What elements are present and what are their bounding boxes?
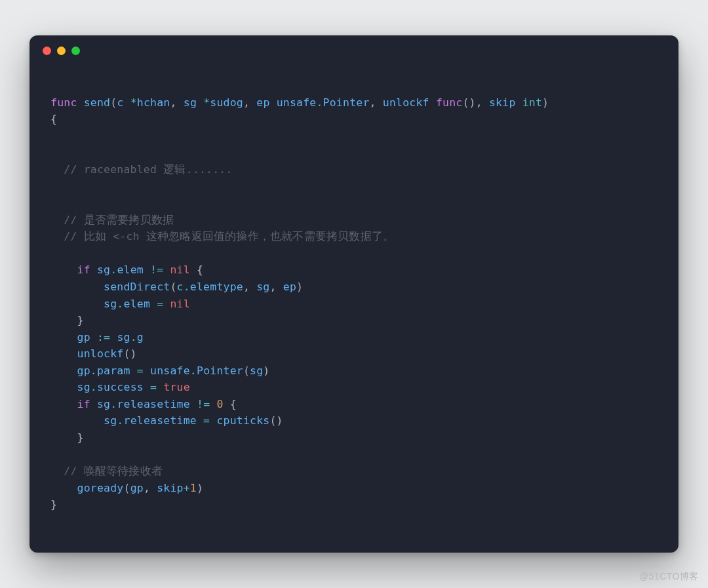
code-comment: // raceenabled 逻辑....... [50, 163, 233, 176]
code-line: { [50, 113, 57, 125]
code-line: sg.releasetime = cputicks() [50, 414, 283, 427]
code-line: unlockf() [50, 347, 137, 360]
code-line: } [50, 431, 84, 444]
minimize-icon[interactable] [57, 47, 66, 55]
code-body: func send(c *hchan, sg *sudog, ep unsafe… [30, 66, 678, 553]
code-line: sg.elem = nil [50, 298, 190, 310]
code-comment: // 唤醒等待接收者 [50, 465, 163, 477]
code-line: } [50, 498, 57, 511]
code-line: func send(c *hchan, sg *sudog, ep unsafe… [50, 96, 555, 109]
code-line: } [50, 314, 84, 326]
close-icon[interactable] [43, 47, 51, 55]
window-titlebar [30, 35, 678, 66]
code-comment: // 是否需要拷贝数据 [50, 214, 174, 226]
code-line: if sg.releasetime != 0 { [50, 398, 237, 410]
code-line: gp.param = unsafe.Pointer(sg) [50, 364, 270, 377]
maximize-icon[interactable] [71, 47, 80, 55]
code-line: sg.success = true [50, 381, 190, 393]
code-line: goready(gp, skip+1) [50, 482, 203, 494]
code-line: sendDirect(c.elemtype, sg, ep) [50, 281, 303, 293]
code-line: if sg.elem != nil { [50, 264, 203, 276]
watermark-text: @51CTO博客 [639, 571, 699, 583]
code-comment: // 比如 <-ch 这种忽略返回值的操作，也就不需要拷贝数据了。 [50, 230, 394, 243]
code-window: func send(c *hchan, sg *sudog, ep unsafe… [30, 35, 678, 553]
code-line: gp := sg.g [50, 331, 144, 343]
